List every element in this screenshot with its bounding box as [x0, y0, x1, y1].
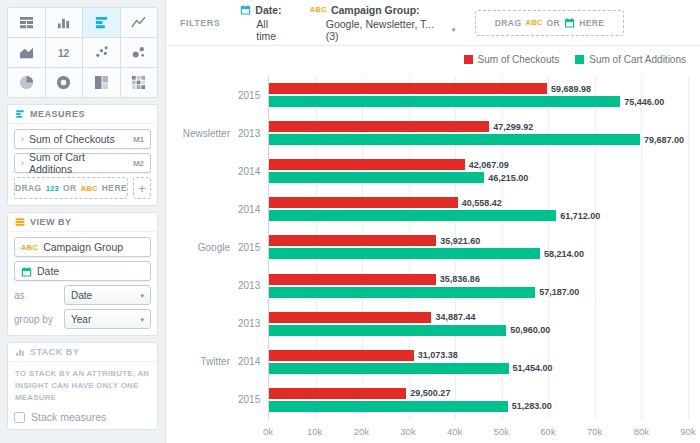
stack-by-icon [15, 347, 25, 357]
legend-label: Sum of Cart Additions [589, 54, 686, 65]
area-chart-icon [19, 45, 34, 60]
bar-checkouts[interactable] [269, 235, 436, 246]
view-by-item-1[interactable]: ABCCampaign Group [14, 237, 151, 257]
category-row: 35,836.8657,187.00 [269, 267, 688, 305]
treemap-icon [94, 75, 109, 90]
bar-cart-additions[interactable] [269, 172, 484, 183]
chevron-right-icon: › [21, 135, 24, 144]
legend-item-2[interactable]: Sum of Cart Additions [575, 54, 686, 65]
attribute-token: ABC [310, 5, 327, 14]
bar-checkouts[interactable] [269, 312, 431, 323]
legend-swatch [464, 55, 473, 64]
measure-badge: M1 [133, 135, 144, 144]
year-label: 2013 [238, 128, 268, 139]
plot: 59,689.9875,446.0047,299.9279,687.0042,0… [268, 76, 688, 419]
bar-checkouts[interactable] [269, 121, 489, 132]
stack-by-header: STACK BY [8, 343, 157, 362]
campaign-filter-label: Campaign Group: [331, 4, 420, 16]
date-as-select[interactable]: Date ▾ [64, 285, 151, 305]
bar-line: 42,067.09 [269, 159, 688, 170]
measure-label: Sum of Cart Additions [29, 151, 128, 175]
vis-type-line-chart[interactable] [121, 8, 158, 37]
bar-line: 57,187.00 [269, 287, 688, 298]
x-axis: 0k10k20k30k40k50k60k70k80k90k [268, 426, 688, 439]
date-filter-value: All time [256, 18, 289, 42]
vis-type-table[interactable] [8, 8, 45, 37]
campaign-group-filter[interactable]: ABC Campaign Group: Google, Newsletter, … [310, 4, 455, 42]
view-by-header: VIEW BY [8, 213, 157, 232]
donut-chart-icon [56, 75, 71, 90]
bar-checkouts[interactable] [269, 350, 414, 361]
measure-item-2[interactable]: ›Sum of Cart AdditionsM2 [14, 153, 151, 173]
vis-type-scatter-plot[interactable] [83, 38, 120, 67]
x-tick-label: 0k [263, 426, 273, 437]
measures-dropzone[interactable]: DRAG 123 OR ABC HERE [14, 177, 128, 199]
vis-type-heatmap[interactable] [121, 68, 158, 97]
legend-item-1[interactable]: Sum of Checkouts [464, 54, 560, 65]
vis-type-column-chart[interactable] [46, 8, 83, 37]
vis-type-donut-chart[interactable] [46, 68, 83, 97]
bar-checkouts[interactable] [269, 388, 406, 399]
chevron-down-icon: ▾ [140, 292, 144, 299]
bar-cart-additions[interactable] [269, 210, 556, 221]
calendar-icon [240, 4, 251, 15]
vis-type-headline[interactable]: 12 [46, 38, 83, 67]
category-label-row: Google2015 [166, 228, 268, 266]
measure-item-1[interactable]: ›Sum of CheckoutsM1 [14, 129, 151, 149]
bar-cart-additions[interactable] [269, 325, 506, 336]
checkbox-unchecked[interactable] [14, 412, 25, 423]
vis-type-bubble-chart[interactable] [121, 38, 158, 67]
bar-checkouts[interactable] [269, 197, 458, 208]
bar-line: 31,073.38 [269, 350, 688, 361]
vis-type-pie-chart[interactable] [8, 68, 45, 97]
svg-text:12: 12 [58, 48, 70, 59]
bar-value-label: 57,187.00 [535, 287, 579, 297]
bar-value-label: 35,836.86 [436, 274, 480, 284]
group-label: Google [198, 242, 230, 253]
bar-cart-additions[interactable] [269, 134, 640, 145]
dropzone-text: HERE [579, 18, 604, 28]
bar-value-label: 79,687.00 [640, 135, 684, 145]
bar-line: 75,446.00 [269, 96, 688, 107]
bar-checkouts[interactable] [269, 83, 547, 94]
sidebar: 12 MEASURES ›Sum of CheckoutsM1›Sum of C… [0, 0, 166, 443]
attribute-filter-dropzone[interactable]: DRAG ABC OR HERE [475, 10, 624, 36]
bar-cart-additions[interactable] [269, 248, 540, 259]
bar-cart-additions[interactable] [269, 287, 535, 298]
stack-measures-toggle[interactable]: Stack measures [14, 411, 151, 423]
chevron-down-icon: ▾ [452, 26, 456, 33]
table-icon [19, 15, 34, 30]
measure-label: Sum of Checkouts [29, 133, 115, 145]
year-label: 2013 [238, 280, 268, 291]
bar-cart-additions[interactable] [269, 401, 508, 412]
vis-type-bar-chart[interactable] [83, 8, 120, 37]
view-by-item-2[interactable]: Date [14, 261, 151, 281]
vis-type-picker: 12 [7, 7, 158, 98]
bar-checkouts[interactable] [269, 274, 436, 285]
chevron-down-icon: ▾ [140, 316, 144, 323]
date-granularity-select[interactable]: Year ▾ [64, 309, 151, 329]
bar-value-label: 35,921.60 [436, 236, 480, 246]
vis-type-area-chart[interactable] [8, 38, 45, 67]
add-measure-button[interactable]: + [133, 177, 151, 199]
bar-chart: Sum of CheckoutsSum of Cart Additions 20… [166, 46, 700, 443]
measure-token: 123 [46, 184, 59, 193]
attribute-token: ABC [81, 184, 98, 193]
bar-chart-icon [94, 15, 109, 30]
bar-line: 35,921.60 [269, 235, 688, 246]
dropzone-text: OR [63, 183, 77, 193]
stack-measures-label: Stack measures [31, 411, 106, 423]
category-label-row: Newsletter2013 [166, 114, 268, 152]
vis-type-treemap[interactable] [83, 68, 120, 97]
attribute-token: ABC [21, 243, 38, 252]
y-axis-labels: 2015Newsletter201320142014Google20152013… [166, 76, 268, 419]
bar-value-label: 29,500.27 [406, 388, 450, 398]
bar-line: 51,454.00 [269, 363, 688, 374]
bar-checkouts[interactable] [269, 159, 465, 170]
bar-cart-additions[interactable] [269, 96, 620, 107]
dropzone-text: HERE [102, 183, 127, 193]
measures-title: MEASURES [30, 109, 85, 119]
bar-cart-additions[interactable] [269, 363, 509, 374]
date-filter[interactable]: Date: All time [240, 4, 289, 42]
group-by-value: Year [71, 314, 91, 325]
